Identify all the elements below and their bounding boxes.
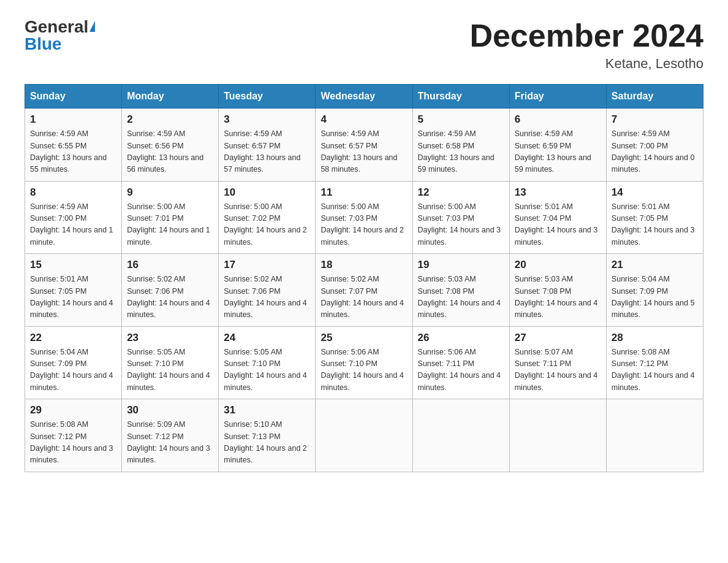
day-number: 10: [224, 186, 310, 199]
day-info: Sunrise: 5:01 AMSunset: 7:05 PMDaylight:…: [30, 274, 116, 321]
calendar-cell: 19Sunrise: 5:03 AMSunset: 7:08 PMDayligh…: [412, 254, 509, 327]
day-info: Sunrise: 5:03 AMSunset: 7:08 PMDaylight:…: [418, 274, 504, 321]
calendar-cell: 17Sunrise: 5:02 AMSunset: 7:06 PMDayligh…: [219, 254, 316, 327]
day-info: Sunrise: 5:05 AMSunset: 7:10 PMDaylight:…: [127, 347, 213, 394]
day-number: 1: [30, 113, 116, 126]
day-number: 20: [515, 259, 601, 271]
calendar-cell: [509, 399, 606, 472]
calendar-cell: 6Sunrise: 4:59 AMSunset: 6:59 PMDaylight…: [509, 109, 606, 182]
day-number: 19: [418, 259, 504, 271]
day-number: 23: [127, 332, 213, 344]
days-header-row: SundayMondayTuesdayWednesdayThursdayFrid…: [25, 85, 703, 109]
day-info: Sunrise: 5:00 AMSunset: 7:03 PMDaylight:…: [418, 201, 504, 249]
day-number: 27: [515, 332, 601, 344]
calendar-cell: 27Sunrise: 5:07 AMSunset: 7:11 PMDayligh…: [509, 326, 606, 399]
calendar-cell: 14Sunrise: 5:01 AMSunset: 7:05 PMDayligh…: [606, 181, 703, 254]
day-number: 28: [612, 332, 698, 344]
calendar-cell: 31Sunrise: 5:10 AMSunset: 7:13 PMDayligh…: [219, 399, 316, 472]
calendar-table: SundayMondayTuesdayWednesdayThursdayFrid…: [25, 84, 703, 472]
calendar-cell: 5Sunrise: 4:59 AMSunset: 6:58 PMDaylight…: [412, 109, 509, 182]
day-number: 16: [127, 259, 213, 271]
day-info: Sunrise: 5:00 AMSunset: 7:02 PMDaylight:…: [224, 201, 310, 249]
day-number: 15: [30, 259, 116, 271]
calendar-cell: 29Sunrise: 5:08 AMSunset: 7:12 PMDayligh…: [25, 399, 122, 472]
day-number: 29: [30, 404, 116, 416]
calendar-cell: 1Sunrise: 4:59 AMSunset: 6:55 PMDaylight…: [25, 109, 122, 182]
day-info: Sunrise: 5:08 AMSunset: 7:12 PMDaylight:…: [612, 347, 698, 394]
day-header-saturday: Saturday: [606, 85, 703, 109]
day-header-sunday: Sunday: [25, 85, 122, 109]
day-header-friday: Friday: [509, 85, 606, 109]
day-header-tuesday: Tuesday: [219, 85, 316, 109]
calendar-cell: [412, 399, 509, 472]
day-info: Sunrise: 4:59 AMSunset: 7:00 PMDaylight:…: [30, 201, 116, 249]
day-info: Sunrise: 5:02 AMSunset: 7:06 PMDaylight:…: [224, 274, 310, 321]
header: General Blue December 2024 Ketane, Lesot…: [25, 18, 703, 72]
location: Ketane, Lesotho: [469, 56, 703, 72]
day-number: 8: [30, 186, 116, 199]
day-number: 26: [418, 332, 504, 344]
day-info: Sunrise: 4:59 AMSunset: 6:59 PMDaylight:…: [515, 128, 601, 176]
calendar-cell: 20Sunrise: 5:03 AMSunset: 7:08 PMDayligh…: [509, 254, 606, 327]
day-number: 7: [612, 113, 698, 126]
calendar-cell: [606, 399, 703, 472]
day-info: Sunrise: 5:03 AMSunset: 7:08 PMDaylight:…: [515, 274, 601, 321]
calendar-cell: 11Sunrise: 5:00 AMSunset: 7:03 PMDayligh…: [316, 181, 412, 254]
day-number: 4: [320, 113, 407, 126]
calendar-cell: 8Sunrise: 4:59 AMSunset: 7:00 PMDaylight…: [25, 181, 122, 254]
calendar-cell: 21Sunrise: 5:04 AMSunset: 7:09 PMDayligh…: [606, 254, 703, 327]
day-info: Sunrise: 5:07 AMSunset: 7:11 PMDaylight:…: [515, 347, 601, 394]
day-info: Sunrise: 4:59 AMSunset: 6:57 PMDaylight:…: [224, 128, 310, 176]
calendar-cell: 4Sunrise: 4:59 AMSunset: 6:57 PMDaylight…: [316, 109, 412, 182]
day-info: Sunrise: 5:00 AMSunset: 7:01 PMDaylight:…: [127, 201, 213, 249]
calendar-cell: 16Sunrise: 5:02 AMSunset: 7:06 PMDayligh…: [122, 254, 219, 327]
week-row-1: 1Sunrise: 4:59 AMSunset: 6:55 PMDaylight…: [25, 109, 703, 182]
calendar-cell: 7Sunrise: 4:59 AMSunset: 7:00 PMDaylight…: [606, 109, 703, 182]
title-area: December 2024 Ketane, Lesotho: [469, 18, 703, 72]
day-info: Sunrise: 5:00 AMSunset: 7:03 PMDaylight:…: [320, 201, 407, 249]
day-info: Sunrise: 5:08 AMSunset: 7:12 PMDaylight:…: [30, 419, 116, 467]
calendar-cell: 24Sunrise: 5:05 AMSunset: 7:10 PMDayligh…: [219, 326, 316, 399]
day-info: Sunrise: 4:59 AMSunset: 6:58 PMDaylight:…: [418, 128, 504, 176]
day-number: 24: [224, 332, 310, 344]
day-number: 11: [320, 186, 407, 199]
calendar-cell: 26Sunrise: 5:06 AMSunset: 7:11 PMDayligh…: [412, 326, 509, 399]
day-number: 25: [320, 332, 407, 344]
day-number: 30: [127, 404, 213, 416]
day-info: Sunrise: 4:59 AMSunset: 6:57 PMDaylight:…: [320, 128, 407, 176]
calendar-cell: 15Sunrise: 5:01 AMSunset: 7:05 PMDayligh…: [25, 254, 122, 327]
day-header-monday: Monday: [122, 85, 219, 109]
day-number: 13: [515, 186, 601, 199]
day-info: Sunrise: 4:59 AMSunset: 6:56 PMDaylight:…: [127, 128, 213, 176]
calendar-cell: 13Sunrise: 5:01 AMSunset: 7:04 PMDayligh…: [509, 181, 606, 254]
logo: General Blue: [25, 18, 95, 53]
day-info: Sunrise: 4:59 AMSunset: 7:00 PMDaylight:…: [612, 128, 698, 176]
day-number: 14: [612, 186, 698, 199]
calendar-cell: 30Sunrise: 5:09 AMSunset: 7:12 PMDayligh…: [122, 399, 219, 472]
day-info: Sunrise: 5:04 AMSunset: 7:09 PMDaylight:…: [30, 347, 116, 394]
day-number: 18: [320, 259, 407, 271]
day-number: 9: [127, 186, 213, 199]
day-number: 21: [612, 259, 698, 271]
day-info: Sunrise: 5:01 AMSunset: 7:05 PMDaylight:…: [612, 201, 698, 249]
day-number: 3: [224, 113, 310, 126]
day-info: Sunrise: 5:02 AMSunset: 7:06 PMDaylight:…: [127, 274, 213, 321]
day-number: 22: [30, 332, 116, 344]
day-info: Sunrise: 5:04 AMSunset: 7:09 PMDaylight:…: [612, 274, 698, 321]
calendar-cell: 12Sunrise: 5:00 AMSunset: 7:03 PMDayligh…: [412, 181, 509, 254]
calendar-cell: 3Sunrise: 4:59 AMSunset: 6:57 PMDaylight…: [219, 109, 316, 182]
day-info: Sunrise: 5:06 AMSunset: 7:10 PMDaylight:…: [320, 347, 407, 394]
day-number: 12: [418, 186, 504, 199]
day-header-wednesday: Wednesday: [316, 85, 412, 109]
day-info: Sunrise: 5:06 AMSunset: 7:11 PMDaylight:…: [418, 347, 504, 394]
week-row-3: 15Sunrise: 5:01 AMSunset: 7:05 PMDayligh…: [25, 254, 703, 327]
week-row-2: 8Sunrise: 4:59 AMSunset: 7:00 PMDaylight…: [25, 181, 703, 254]
day-number: 5: [418, 113, 504, 126]
day-header-thursday: Thursday: [412, 85, 509, 109]
day-info: Sunrise: 5:10 AMSunset: 7:13 PMDaylight:…: [224, 419, 310, 467]
day-info: Sunrise: 5:05 AMSunset: 7:10 PMDaylight:…: [224, 347, 310, 394]
calendar-cell: 28Sunrise: 5:08 AMSunset: 7:12 PMDayligh…: [606, 326, 703, 399]
day-info: Sunrise: 4:59 AMSunset: 6:55 PMDaylight:…: [30, 128, 116, 176]
day-info: Sunrise: 5:09 AMSunset: 7:12 PMDaylight:…: [127, 419, 213, 467]
calendar-cell: 22Sunrise: 5:04 AMSunset: 7:09 PMDayligh…: [25, 326, 122, 399]
